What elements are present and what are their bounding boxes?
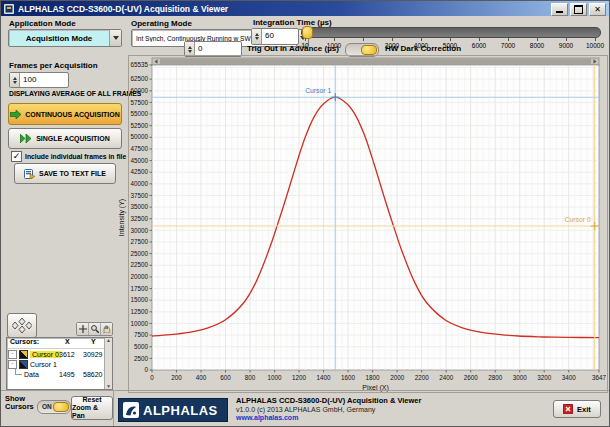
graph-tool-palette — [76, 322, 113, 336]
x-tick-label: 3647 — [592, 374, 607, 381]
x-tick-label: 3400 — [562, 374, 577, 381]
exit-button[interactable]: Exit — [553, 400, 601, 418]
integration-time-input[interactable]: 60 — [251, 28, 299, 45]
chevron-down-icon[interactable] — [109, 30, 121, 46]
cursor-list-row[interactable]: -Cursor 0361230929 — [7, 349, 112, 359]
integration-time-value: 60 — [262, 29, 298, 44]
include-frames-label: Include individual frames in file — [25, 153, 126, 160]
y-tick-label: 47500 — [130, 145, 148, 152]
y-tick-label: 7500 — [134, 331, 149, 338]
cursor-label: Cursor 1 — [305, 87, 331, 94]
slider-tick-mark — [450, 38, 451, 41]
magnifier-icon — [91, 325, 99, 333]
app-window: ALPHALAS CCD-S3600-D(-UV) Acquisition & … — [0, 0, 610, 427]
footer-website-link[interactable]: www.alphalas.com — [236, 414, 298, 421]
spinner-icon[interactable] — [10, 73, 20, 87]
x-tick-label: 800 — [245, 374, 256, 381]
listbox-scrollbar[interactable]: ▲▼ — [104, 338, 112, 389]
x-tick-label: 1400 — [317, 374, 332, 381]
title-bar[interactable]: ALPHALAS CCD-S3600-D(-UV) Acquisition & … — [1, 1, 609, 16]
zoom-tool-button[interactable] — [89, 323, 101, 335]
spinner-icon[interactable] — [252, 29, 262, 44]
x-tick-label: 1200 — [292, 374, 307, 381]
x-tick-label: 1800 — [366, 374, 381, 381]
slider-tick-mark — [305, 38, 306, 41]
save-to-text-file-label: SAVE TO TEXT FILE — [39, 170, 106, 177]
cursors-listbox[interactable]: Cursors: X Y -Cursor 0361230929-Cursor 1… — [6, 337, 113, 390]
cursor-style-swatch — [19, 360, 28, 369]
x-tick-label: 1000 — [268, 374, 283, 381]
integration-time-slider-thumb[interactable] — [302, 26, 313, 39]
graph-hscrollbar-thumb[interactable] — [160, 59, 591, 64]
tree-expander-icon[interactable]: - — [8, 350, 17, 359]
reset-zoom-pan-button[interactable]: Reset Zoom & Pan — [71, 396, 113, 420]
cursor-row-label[interactable]: Data — [24, 371, 39, 378]
hw-dark-correction-label: HW Dark Correction — [385, 44, 461, 53]
y-tick-label: 0 — [144, 366, 148, 373]
x-tick-label: 2200 — [415, 374, 430, 381]
x-tick-label: 1600 — [341, 374, 356, 381]
footer-app-name: ALPHALAS CCD-S3600-D(-UV) Acquisition & … — [236, 396, 421, 405]
tree-expander-icon[interactable]: - — [8, 360, 17, 369]
save-to-text-file-button[interactable]: SAVE TO TEXT FILE — [14, 163, 116, 184]
cursors-col-x: X — [65, 338, 70, 345]
minimize-button[interactable] — [551, 3, 568, 16]
y-tick-label: 62500 — [130, 75, 148, 82]
cursor-mover-pad[interactable] — [7, 313, 37, 338]
y-tick-label: 15000 — [130, 296, 148, 303]
graph-panel: Cursor 0Cursor 1020040060080010001200140… — [128, 55, 608, 393]
cursor-list-row[interactable]: Data149558620 — [7, 369, 112, 379]
alphalas-logo: ALPHALAS — [118, 398, 228, 422]
y-tick-label: 55000 — [130, 110, 148, 117]
cursor-list-row[interactable]: -Cursor 1 — [7, 359, 112, 369]
cursor-tool-button[interactable] — [77, 323, 89, 335]
checkbox-checked-icon[interactable]: ✓ — [11, 151, 22, 162]
application-mode-dropdown[interactable]: Acquisition Mode — [8, 29, 122, 47]
y-tick-label: 10000 — [130, 320, 148, 327]
pan-tool-button[interactable] — [101, 323, 112, 335]
slider-tick-mark — [566, 38, 567, 41]
x-tick-label: 2000 — [390, 374, 405, 381]
continuous-acquisition-button[interactable]: CONTINUOUS ACQUISITION — [8, 103, 122, 125]
green-arrow-icon — [10, 110, 21, 119]
spinner-icon[interactable] — [185, 42, 195, 56]
y-tick-label: 60000 — [130, 87, 148, 94]
four-way-diamond-icon — [12, 318, 32, 333]
x-tick-label: 0 — [150, 374, 154, 381]
y-tick-label: 52500 — [130, 122, 148, 129]
x-tick-label: 3000 — [513, 374, 528, 381]
show-cursors-toggle[interactable]: ON — [37, 400, 71, 414]
slider-tick-mark — [334, 38, 335, 41]
trig-out-value: 0 — [195, 42, 241, 56]
maximize-button[interactable] — [570, 3, 587, 16]
slider-tick-label: 6000 — [472, 42, 486, 49]
slider-tick-label: 8000 — [530, 42, 544, 49]
cursor-label: Cursor 0 — [565, 216, 591, 223]
app-icon — [4, 4, 14, 14]
slider-tick-mark — [363, 38, 364, 41]
tree-elbow — [15, 369, 22, 375]
y-tick-label: 65535 — [130, 61, 148, 68]
y-tick-label: 30000 — [130, 227, 148, 234]
save-file-icon — [24, 168, 35, 179]
frames-per-acquisition-input[interactable]: 100 — [9, 72, 69, 88]
y-tick-label: 5000 — [134, 343, 149, 350]
integration-time-slider[interactable] — [301, 27, 601, 38]
cursor-row-label[interactable]: Cursor 0 — [30, 351, 61, 358]
y-tick-label: 32500 — [130, 215, 148, 222]
y-tick-label: 35000 — [130, 203, 148, 210]
include-frames-checkbox-row[interactable]: ✓ Include individual frames in file — [11, 151, 126, 162]
divider — [1, 390, 609, 391]
alphalas-logo-mark-icon — [123, 402, 139, 418]
cursor-row-label[interactable]: Cursor 1 — [30, 361, 57, 368]
hand-icon — [103, 325, 111, 333]
y-tick-label: 40000 — [130, 180, 148, 187]
window-title: ALPHALAS CCD-S3600-D(-UV) Acquisition & … — [18, 4, 228, 14]
y-tick-label: 20000 — [130, 273, 148, 280]
close-button[interactable]: ✕ — [589, 3, 606, 16]
single-acquisition-button[interactable]: SINGLE ACQUISITION — [8, 128, 122, 149]
cursors-col-y: Y — [91, 338, 96, 345]
chart[interactable]: Cursor 0Cursor 1020040060080010001200140… — [114, 56, 610, 392]
show-cursors-label: ShowCursors — [5, 395, 34, 411]
application-mode-label: Application Mode — [9, 19, 76, 28]
